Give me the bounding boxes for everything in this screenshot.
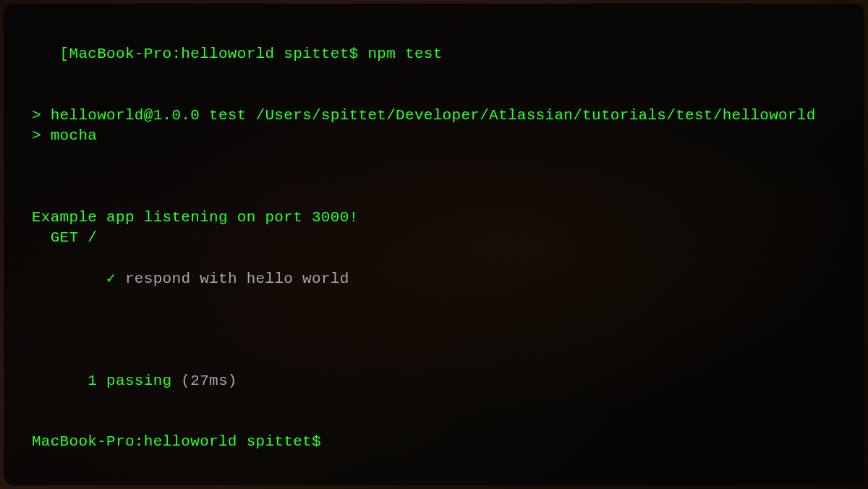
- prompt-line-1: [MacBook-Pro:helloworld spittet$ npm tes…: [22, 24, 846, 85]
- blank-line: [22, 147, 846, 167]
- shell-prompt: [MacBook-Pro:helloworld spittet$: [60, 46, 368, 62]
- test-summary-line: 1 passing (27ms): [22, 350, 846, 412]
- prompt-line-2[interactable]: MacBook-Pro:helloworld spittet$: [22, 432, 846, 452]
- test-duration: (27ms): [181, 373, 237, 389]
- test-suite-label: GET /: [22, 228, 846, 248]
- app-listening-message: Example app listening on port 3000!: [22, 208, 846, 228]
- blank-line: [22, 85, 846, 106]
- npm-output-line-2: > mocha: [22, 126, 846, 146]
- test-description: respond with hello world: [125, 271, 349, 287]
- terminal-window[interactable]: [MacBook-Pro:helloworld spittet$ npm tes…: [4, 4, 864, 485]
- blank-line: [22, 310, 846, 330]
- test-result-line: ✓ respond with hello world: [22, 248, 846, 310]
- command-text: npm test: [367, 46, 442, 62]
- passing-count: 1 passing: [60, 373, 182, 389]
- shell-prompt-ready: MacBook-Pro:helloworld spittet$: [22, 432, 331, 452]
- npm-output-line-1: > helloworld@1.0.0 test /Users/spittet/D…: [22, 106, 846, 126]
- blank-line: [22, 412, 846, 432]
- blank-line: [22, 167, 846, 187]
- blank-line: [22, 330, 846, 350]
- checkmark-icon: ✓: [60, 271, 125, 287]
- blank-line: [22, 187, 846, 208]
